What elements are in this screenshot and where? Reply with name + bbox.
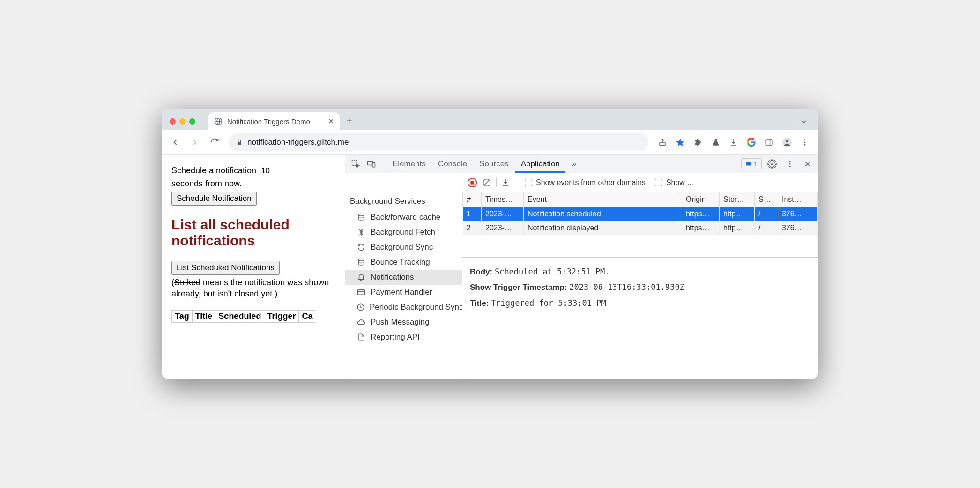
note-text: (Striked means the notification was show…: [171, 277, 335, 300]
reload-button[interactable]: [206, 134, 223, 151]
tab-application[interactable]: Application: [515, 155, 565, 173]
globe-icon: [214, 117, 223, 126]
svg-point-15: [771, 163, 773, 165]
forward-button[interactable]: [186, 134, 203, 151]
svg-point-17: [789, 163, 791, 164]
back-button[interactable]: [167, 134, 184, 151]
svg-point-7: [786, 140, 788, 142]
downloads-icon[interactable]: [725, 134, 742, 151]
credit-card-icon: [356, 288, 366, 296]
tab-strip: Notification Triggers Demo ✕ +: [162, 109, 818, 130]
flask-icon[interactable]: [707, 134, 724, 151]
svg-point-10: [804, 144, 806, 145]
device-toolbar-icon[interactable]: [364, 156, 379, 171]
extensions-icon[interactable]: [690, 134, 706, 151]
tabs-overflow-button[interactable]: [795, 118, 812, 130]
new-tab-button[interactable]: +: [340, 114, 359, 130]
svg-rect-14: [746, 162, 751, 165]
sidebar-item-background-sync[interactable]: Background Sync: [345, 240, 462, 255]
devtools-kebab-icon[interactable]: [782, 156, 797, 171]
sidebar-item-notifications[interactable]: Notifications: [345, 270, 462, 285]
inspect-element-icon[interactable]: [348, 156, 363, 171]
save-button[interactable]: [501, 178, 510, 187]
svg-line-29: [484, 180, 489, 185]
svg-point-8: [804, 139, 806, 140]
side-panel-icon[interactable]: [761, 134, 778, 151]
detail-title-key: Title:: [470, 299, 489, 308]
sidebar-item-payment-handler[interactable]: Payment Handler: [345, 285, 462, 300]
clear-button[interactable]: [482, 178, 491, 187]
detail-body-key: Body:: [470, 267, 492, 276]
address-bar[interactable]: notification-triggers.glitch.me: [229, 133, 648, 151]
tab-sources[interactable]: Sources: [474, 155, 514, 173]
show-other-domains-checkbox[interactable]: Show events from other domains: [525, 178, 646, 187]
minimize-window-button[interactable]: [179, 118, 186, 125]
close-devtools-button[interactable]: [800, 156, 815, 171]
settings-gear-icon[interactable]: [765, 156, 780, 171]
schedule-label-prefix: Schedule a notification: [171, 166, 256, 175]
sidebar-item-periodic-sync[interactable]: Periodic Background Sync: [345, 300, 462, 315]
application-sidebar: Background Services Back/forward cache B…: [345, 173, 462, 379]
sidebar-item-bounce-tracking[interactable]: Bounce Tracking: [345, 255, 462, 270]
tab-elements[interactable]: Elements: [387, 155, 431, 173]
detail-title-value: Triggered for 5:33:01 PM: [491, 298, 606, 308]
document-icon: [356, 333, 366, 341]
svg-rect-23: [358, 290, 365, 295]
devtools-panel: Elements Console Sources Application » 1: [345, 155, 818, 379]
bookmark-star-icon[interactable]: [672, 134, 689, 151]
clock-icon: [356, 303, 365, 311]
lock-icon: [236, 139, 243, 146]
sidebar-item-push-messaging[interactable]: Push Messaging: [345, 315, 462, 330]
database-icon: [356, 258, 366, 266]
svg-point-21: [358, 214, 364, 216]
events-table: # Times… Event Origin Stor… S… Inst…: [462, 192, 818, 258]
tab-console[interactable]: Console: [432, 155, 473, 173]
events-header-row[interactable]: # Times… Event Origin Stor… S… Inst…: [463, 192, 818, 207]
svg-rect-27: [470, 181, 474, 184]
browser-tab[interactable]: Notification Triggers Demo ✕: [208, 112, 340, 130]
schedule-notification-button[interactable]: Schedule Notification: [171, 192, 257, 206]
sync-icon: [356, 243, 366, 251]
kebab-menu-icon[interactable]: [796, 134, 813, 151]
svg-point-22: [358, 259, 364, 261]
issues-badge[interactable]: 1: [741, 158, 762, 169]
notifications-table-header: Tag Title Scheduled Trigger Ca: [171, 310, 315, 323]
event-details: Body: Scheduled at 5:32:51 PM. Show Trig…: [462, 258, 818, 318]
event-row[interactable]: 2 2023-… Notification displayed https… h…: [463, 221, 818, 235]
list-notifications-button[interactable]: List Scheduled Notifications: [171, 261, 280, 275]
tab-title: Notification Triggers Demo: [227, 118, 310, 126]
seconds-input[interactable]: [259, 165, 281, 177]
google-icon[interactable]: [743, 134, 760, 151]
events-panel: Show events from other domains Show …: [462, 173, 818, 379]
profile-icon[interactable]: [779, 134, 795, 151]
share-icon[interactable]: [654, 134, 671, 151]
events-toolbar: Show events from other domains Show …: [462, 173, 818, 192]
record-button[interactable]: [467, 177, 477, 188]
sidebar-item-back-forward-cache[interactable]: Back/forward cache: [345, 210, 462, 225]
close-window-button[interactable]: [170, 118, 176, 125]
tabs-more[interactable]: »: [566, 155, 582, 173]
svg-point-18: [789, 165, 791, 167]
show-truncated-checkbox[interactable]: Show …: [655, 178, 694, 187]
fetch-icon: [356, 228, 366, 237]
toolbar-actions: [654, 134, 813, 151]
maximize-window-button[interactable]: [189, 118, 195, 125]
event-row[interactable]: 1 2023-… Notification scheduled https… h…: [463, 207, 818, 222]
content-area: Schedule a notification seconds from now…: [162, 155, 818, 379]
detail-body-value: Scheduled at 5:32:51 PM.: [495, 267, 610, 276]
web-page: Schedule a notification seconds from now…: [162, 155, 345, 379]
sidebar-item-reporting-api[interactable]: Reporting API: [345, 330, 462, 345]
url-text: notification-triggers.glitch.me: [247, 138, 349, 147]
detail-trigger-value: 2023-06-13T16:33:01.930Z: [569, 282, 684, 292]
detail-trigger-key: Show Trigger Timestamp:: [470, 283, 567, 292]
svg-point-9: [804, 141, 806, 143]
svg-rect-4: [766, 140, 772, 145]
note-striked: Striked: [174, 278, 200, 287]
bell-icon: [356, 273, 366, 281]
close-tab-button[interactable]: ✕: [328, 117, 334, 126]
sidebar-item-background-fetch[interactable]: Background Fetch: [345, 225, 462, 240]
browser-window: Notification Triggers Demo ✕ + notificat…: [162, 109, 818, 379]
svg-rect-1: [238, 142, 241, 145]
schedule-label-suffix: seconds from now.: [171, 179, 335, 189]
browser-toolbar: notification-triggers.glitch.me: [162, 130, 818, 155]
